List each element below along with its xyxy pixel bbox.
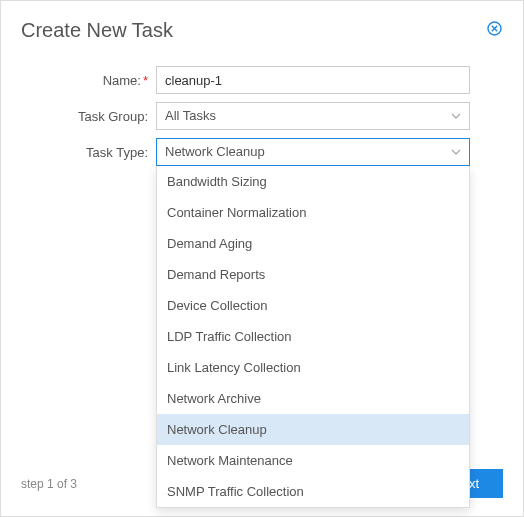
close-button[interactable] — [485, 19, 503, 37]
name-row: Name:* — [21, 66, 503, 94]
name-label-text: Name: — [103, 73, 141, 88]
chevron-down-icon — [451, 113, 461, 119]
task-type-option[interactable]: Container Normalization — [157, 197, 469, 228]
task-type-row: Task Type: Network Cleanup Bandwidth Siz… — [21, 138, 503, 166]
task-type-option[interactable]: Demand Reports — [157, 259, 469, 290]
dialog-title: Create New Task — [21, 19, 173, 42]
task-type-option[interactable]: Demand Aging — [157, 228, 469, 259]
task-type-option[interactable]: Network Cleanup — [157, 414, 469, 445]
task-group-select-wrap: All Tasks — [156, 102, 470, 130]
step-indicator: step 1 of 3 — [21, 477, 77, 491]
name-label: Name:* — [21, 73, 156, 88]
task-type-option[interactable]: Link Latency Collection — [157, 352, 469, 383]
dialog-header: Create New Task — [21, 19, 503, 42]
task-type-value: Network Cleanup — [165, 144, 265, 159]
task-type-select[interactable]: Network Cleanup — [156, 138, 470, 166]
task-group-value: All Tasks — [165, 108, 216, 123]
chevron-down-icon — [451, 149, 461, 155]
create-task-dialog: Create New Task Name:* Task Group: All T… — [0, 0, 524, 517]
task-type-option[interactable]: LDP Traffic Collection — [157, 321, 469, 352]
task-type-option[interactable]: SNMP Traffic Collection — [157, 476, 469, 507]
task-type-option[interactable]: Network Archive — [157, 383, 469, 414]
task-group-select[interactable]: All Tasks — [156, 102, 470, 130]
task-type-dropdown[interactable]: Bandwidth SizingContainer NormalizationD… — [156, 166, 470, 508]
task-type-option[interactable]: Bandwidth Sizing — [157, 166, 469, 197]
task-type-select-wrap: Network Cleanup Bandwidth SizingContaine… — [156, 138, 470, 166]
task-type-option[interactable]: Network Maintenance — [157, 445, 469, 476]
name-input[interactable] — [156, 66, 470, 94]
close-icon — [487, 21, 502, 36]
task-group-label: Task Group: — [21, 109, 156, 124]
task-type-option[interactable]: Device Collection — [157, 290, 469, 321]
task-type-label: Task Type: — [21, 145, 156, 160]
task-group-row: Task Group: All Tasks — [21, 102, 503, 130]
required-mark: * — [143, 73, 148, 88]
